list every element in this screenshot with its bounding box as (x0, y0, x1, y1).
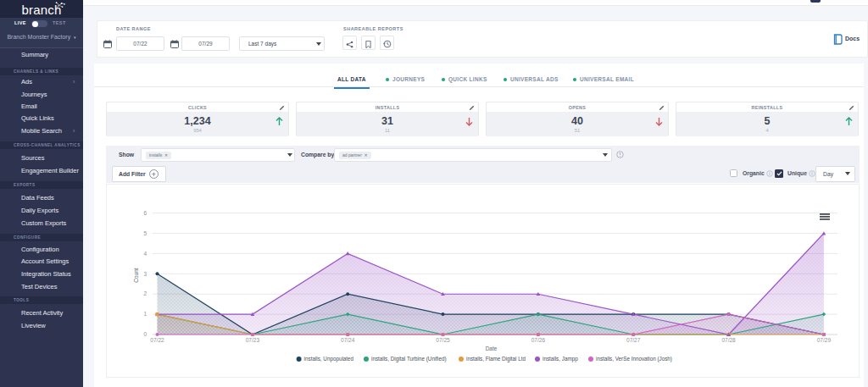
svg-text:07/26: 07/26 (531, 337, 546, 343)
svg-text:0: 0 (143, 331, 147, 337)
svg-text:07/29: 07/29 (817, 337, 832, 343)
svg-text:installs, Jampp: installs, Jampp (542, 356, 578, 362)
svg-text:installs, Digital Turbine (Uni: installs, Digital Turbine (Unified) (371, 356, 447, 362)
svg-text:1: 1 (143, 311, 147, 317)
svg-text:5: 5 (143, 230, 147, 236)
svg-text:07/22: 07/22 (150, 337, 164, 343)
svg-text:installs, Unpopulated: installs, Unpopulated (304, 356, 354, 362)
svg-text:07/24: 07/24 (341, 337, 355, 343)
svg-text:07/23: 07/23 (246, 337, 260, 343)
svg-text:Count: Count (133, 268, 139, 283)
svg-text:07/25: 07/25 (436, 337, 450, 343)
svg-text:07/27: 07/27 (626, 337, 641, 343)
svg-text:Date: Date (486, 346, 498, 351)
svg-text:installs, Flame Digital Ltd: installs, Flame Digital Ltd (466, 356, 526, 362)
svg-text:2: 2 (143, 290, 147, 296)
svg-text:07/28: 07/28 (721, 337, 736, 343)
svg-text:6: 6 (143, 210, 147, 216)
svg-text:installs, VerSe Innovation (Jo: installs, VerSe Innovation (Josh) (596, 356, 672, 362)
svg-text:4: 4 (143, 251, 147, 257)
svg-text:3: 3 (143, 271, 147, 277)
